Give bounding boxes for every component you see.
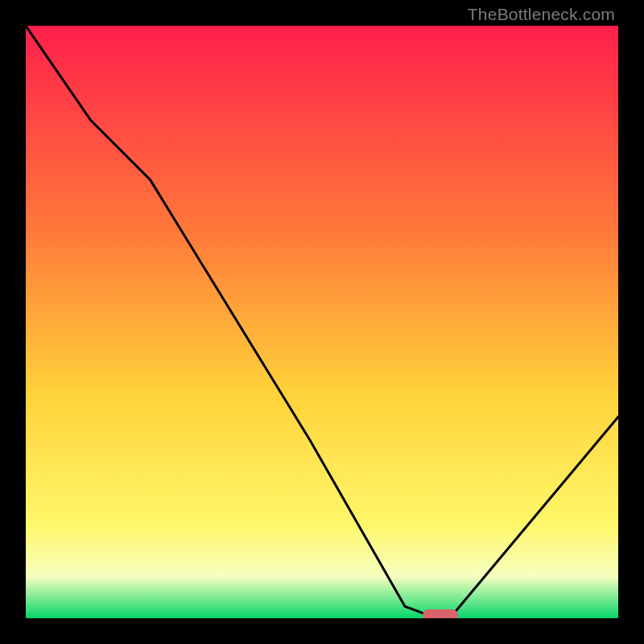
bottleneck-curve (26, 26, 618, 618)
optimal-marker (423, 609, 458, 618)
plot-area (26, 26, 618, 618)
watermark-label: TheBottleneck.com (468, 5, 615, 24)
chart-frame: TheBottleneck.com (0, 0, 644, 644)
